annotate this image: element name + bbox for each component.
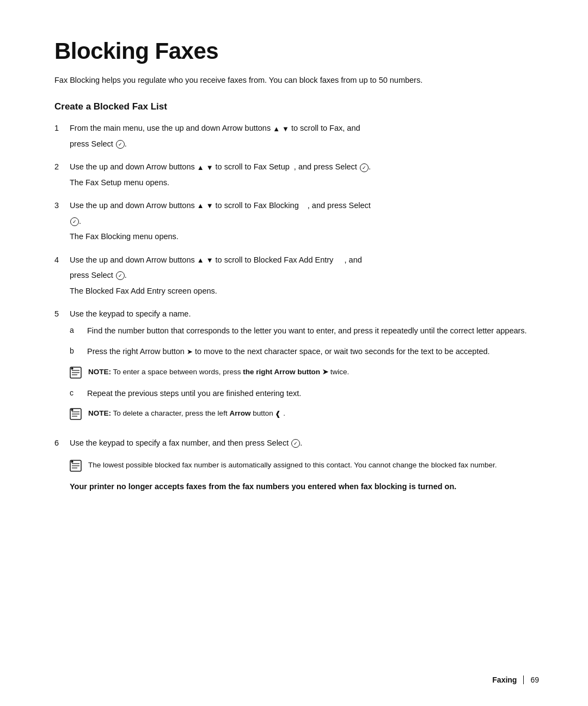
step-5b-content: Press the right Arrow button ➤ to move t… [87, 345, 539, 361]
note-1-bold: the right Arrow button ➤ [243, 368, 328, 376]
note-3: The lowest possible blocked fax number i… [70, 460, 539, 475]
step-6-text: Use the keypad to specify a fax number, … [70, 437, 539, 449]
arrow-down-icon-2: ▼ [206, 162, 213, 173]
note-1-text: NOTE: To enter a space between words, pr… [88, 367, 539, 378]
arrow-down-icon-4: ▼ [206, 255, 213, 266]
step-5b-text: Press the right Arrow button ➤ to move t… [87, 345, 539, 357]
arrow-right-icon-note1: ➤ [322, 367, 328, 378]
step-number-1: 1 [54, 122, 70, 134]
note-pencil-icon-3 [70, 460, 85, 475]
footer: Faxing 69 [492, 675, 539, 684]
final-text: Your printer no longer accepts faxes fro… [70, 480, 539, 492]
step-4-select: press Select . [70, 269, 539, 281]
step-5a-text: Find the number button that corresponds … [87, 325, 539, 337]
sub-letter-a: a [70, 325, 87, 337]
note-2: NOTE: To delete a character, press the l… [70, 408, 539, 423]
step-2-sub-note: The Fax Setup menu opens. [70, 176, 539, 188]
step-number-3: 3 [54, 199, 70, 211]
step-3-content: Use the up and down Arrow buttons ▲ ▼ to… [70, 199, 539, 246]
arrow-up-icon-2: ▲ [197, 162, 204, 173]
step-3-text: Use the up and down Arrow buttons ▲ ▼ to… [70, 199, 539, 211]
step-5: 5 Use the keypad to specify a name. a Fi… [54, 308, 539, 429]
step-5b: b Press the right Arrow button ➤ to move… [70, 345, 539, 361]
note-pencil-icon-2 [70, 408, 85, 423]
page-title: Blocking Faxes [54, 38, 539, 64]
note-1-label: NOTE: [88, 368, 111, 376]
arrow-up-icon-4: ▲ [197, 255, 204, 266]
arrow-right-icon-b: ➤ [187, 346, 193, 357]
step-2-content: Use the up and down Arrow buttons ▲ ▼ to… [70, 161, 539, 192]
arrow-up-icon-3: ▲ [197, 200, 204, 211]
page-container: Blocking Faxes Fax Blocking helps you re… [0, 0, 588, 706]
note-1: NOTE: To enter a space between words, pr… [70, 367, 539, 382]
sub-letter-c: c [70, 387, 87, 399]
arrow-down-icon-3: ▼ [206, 200, 213, 211]
select-icon-1 [116, 140, 125, 149]
step-1-select: press Select . [70, 138, 539, 150]
note-pencil-icon-1 [70, 367, 85, 382]
step-2: 2 Use the up and down Arrow buttons ▲ ▼ … [54, 161, 539, 192]
step-6-content: Use the keypad to specify a fax number, … [70, 437, 539, 452]
note-2-label: NOTE: [88, 409, 111, 417]
arrow-up-icon: ▲ [273, 124, 280, 135]
arrow-down-icon: ▼ [282, 124, 289, 135]
step-5c-content: Repeat the previous steps until you are … [87, 387, 539, 403]
note-2-arrow-bold: Arrow [229, 409, 250, 417]
step-number-6: 6 [54, 437, 70, 449]
step-4-content: Use the up and down Arrow buttons ▲ ▼ to… [70, 254, 539, 300]
step-number-4: 4 [54, 254, 70, 266]
select-icon-6 [291, 439, 300, 448]
step-3-select: . [70, 215, 539, 227]
footer-section: Faxing [492, 675, 517, 684]
intro-paragraph: Fax Blocking helps you regulate who you … [54, 74, 539, 86]
step-5-text: Use the keypad to specify a name. [70, 308, 539, 320]
step-5-content: Use the keypad to specify a name. a Find… [70, 308, 539, 429]
sub-letter-b: b [70, 345, 87, 357]
steps-list: 1 From the main menu, use the up and dow… [54, 122, 539, 452]
note-2-text: NOTE: To delete a character, press the l… [88, 408, 539, 419]
section-title: Create a Blocked Fax List [54, 101, 539, 112]
step-5-sub-list: a Find the number button that correspond… [70, 325, 539, 361]
select-icon-2 [360, 163, 369, 172]
step-3-sub-note: The Fax Blocking menu opens. [70, 230, 539, 242]
step-4-text: Use the up and down Arrow buttons ▲ ▼ to… [70, 254, 539, 266]
step-6: 6 Use the keypad to specify a fax number… [54, 437, 539, 452]
step-1-text: From the main menu, use the up and down … [70, 122, 539, 134]
footer-page-number: 69 [530, 675, 539, 684]
step-5a-content: Find the number button that corresponds … [87, 325, 539, 340]
step-5c-text: Repeat the previous steps until you are … [87, 387, 539, 399]
step-5a: a Find the number button that correspond… [70, 325, 539, 340]
step-number-2: 2 [54, 161, 70, 173]
select-icon-4 [116, 271, 125, 280]
step-1: 1 From the main menu, use the up and dow… [54, 122, 539, 153]
step-4: 4 Use the up and down Arrow buttons ▲ ▼ … [54, 254, 539, 300]
step-number-5: 5 [54, 308, 70, 320]
arrow-left-icon-note2: ❰ [275, 409, 281, 419]
step-1-content: From the main menu, use the up and down … [70, 122, 539, 153]
step-5c-list: c Repeat the previous steps until you ar… [70, 387, 539, 403]
step-5c: c Repeat the previous steps until you ar… [70, 387, 539, 403]
footer-divider [523, 675, 524, 684]
step-4-sub-note: The Blocked Fax Add Entry screen opens. [70, 285, 539, 297]
step-3: 3 Use the up and down Arrow buttons ▲ ▼ … [54, 199, 539, 246]
note-3-text: The lowest possible blocked fax number i… [88, 460, 539, 471]
select-icon-3 [70, 217, 79, 226]
step-2-text: Use the up and down Arrow buttons ▲ ▼ to… [70, 161, 539, 173]
